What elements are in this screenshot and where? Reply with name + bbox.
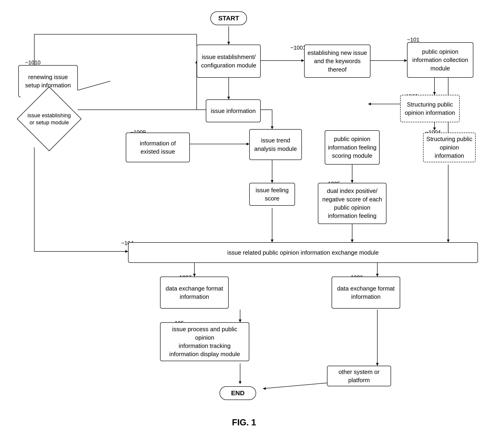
node-1006: data exchange formatinformation <box>332 277 400 309</box>
svg-marker-54 <box>125 250 128 253</box>
node-103: issue trendanalysis module <box>249 129 302 160</box>
svg-marker-5 <box>404 59 407 62</box>
svg-marker-46 <box>376 363 379 366</box>
node-1009: information ofexisted issue <box>126 133 190 162</box>
node-1002: issue information <box>206 99 261 122</box>
node-100: issue establishment/configuration module <box>197 45 261 78</box>
svg-marker-23 <box>351 240 354 242</box>
svg-marker-3 <box>301 59 304 62</box>
svg-marker-12 <box>433 92 436 95</box>
svg-marker-1 <box>227 42 230 45</box>
node-1004: Structuring publicopinion information <box>423 133 476 162</box>
svg-marker-27 <box>447 240 450 242</box>
svg-marker-7 <box>227 97 230 99</box>
node-1008: issue feeling score <box>249 183 295 206</box>
start-terminal: START <box>210 11 247 25</box>
node-1001: establishing new issueand the keywords t… <box>304 45 370 78</box>
ref-1010: ~1010 <box>25 59 41 66</box>
svg-marker-16 <box>368 103 371 105</box>
node-101: public opinioninformation collectionmodu… <box>407 42 473 78</box>
node-102: public opinioninformation feelingscoring… <box>325 130 380 165</box>
svg-marker-40 <box>193 274 196 277</box>
svg-marker-44 <box>239 320 242 322</box>
node-1003: Structuring publicopinion information <box>400 95 460 122</box>
svg-marker-32 <box>246 143 249 145</box>
svg-marker-25 <box>271 240 274 242</box>
flowchart: START ~100 issue establishment/configura… <box>0 0 488 434</box>
node-107: other system or platform <box>327 366 391 386</box>
node-1007: data exchange formatinformation <box>160 277 229 309</box>
node-105: issue process and public opinioninformat… <box>160 322 249 361</box>
end-terminal: END <box>220 386 256 400</box>
ref-101: ~101 <box>407 37 419 43</box>
node-104: issue related public opinion information… <box>128 242 478 263</box>
svg-marker-50 <box>263 387 266 390</box>
node-106: issue establishingor setup module <box>21 90 78 147</box>
svg-marker-48 <box>239 381 242 384</box>
svg-marker-10 <box>271 126 274 129</box>
ref-1001: ~1001 <box>290 45 306 51</box>
figure-label: FIG. 1 <box>0 418 488 427</box>
svg-marker-21 <box>271 180 274 183</box>
node-1005: dual index positive/negative score of ea… <box>318 183 386 224</box>
svg-marker-42 <box>376 274 379 277</box>
svg-marker-19 <box>351 180 354 183</box>
